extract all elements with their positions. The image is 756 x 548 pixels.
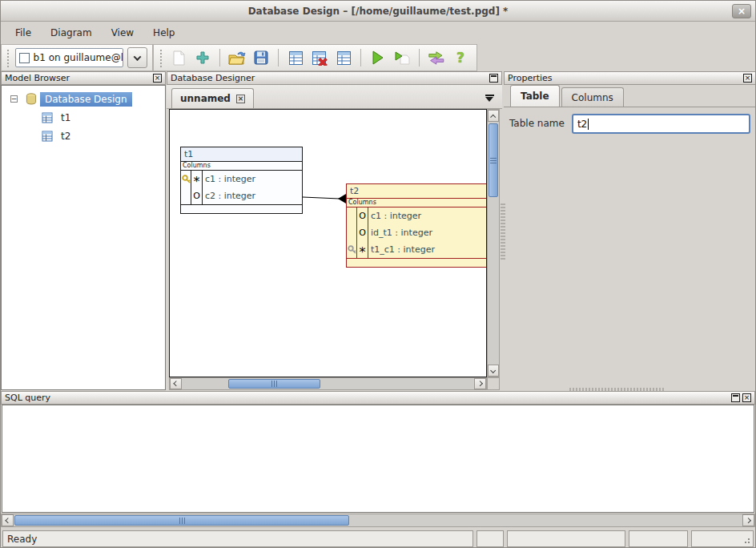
menu-file[interactable]: File: [7, 24, 39, 42]
hscroll-thumb[interactable]: [14, 515, 349, 526]
close-icon[interactable]: ×: [743, 74, 752, 83]
close-icon[interactable]: ×: [153, 74, 162, 83]
status-text: Ready: [7, 534, 37, 545]
main-toolbar: ?: [153, 44, 477, 71]
open-file-button[interactable]: [226, 47, 248, 68]
restore-window-icon[interactable]: [489, 74, 498, 83]
table-icon: [336, 50, 352, 66]
key-cell-empty: [181, 187, 191, 204]
status-cell: [691, 530, 754, 547]
connection-combobox-value: b1 on guillaume@localh: [34, 52, 123, 63]
table-name-value: t2: [577, 119, 587, 130]
table-name-input[interactable]: t2: [572, 114, 750, 134]
menu-diagram[interactable]: Diagram: [42, 24, 100, 42]
entity-table-t1[interactable]: t1 Columns * c1 : integer O c2 : integer: [180, 147, 303, 214]
entity-table-t2[interactable]: t2 Columns O c1 : integer O id_t1 : inte…: [346, 183, 487, 268]
notnull-marker: *: [191, 171, 203, 187]
connection-toolbar: b1 on guillaume@localh: [1, 44, 153, 71]
window-close-button[interactable]: ×: [732, 4, 751, 18]
menu-help[interactable]: Help: [145, 24, 183, 42]
status-message: Ready: [2, 530, 473, 547]
model-tree: − Database Design t1 t2: [1, 85, 166, 390]
run-button[interactable]: [367, 47, 389, 68]
table-icon: [288, 50, 304, 66]
designer-vscrollbar[interactable]: [487, 109, 500, 377]
chevron-right-icon: [477, 381, 484, 387]
properties-tabbar: Table Columns: [504, 85, 756, 107]
tab-table[interactable]: Table: [510, 85, 560, 107]
resize-grip[interactable]: [742, 536, 750, 544]
chevron-right-icon: [746, 518, 752, 524]
column-label: id_t1 : integer: [368, 224, 486, 241]
delete-table-icon: [312, 50, 328, 66]
run-script-button[interactable]: [391, 47, 413, 68]
delete-table-button[interactable]: [308, 47, 331, 68]
entity-title: t2: [347, 184, 486, 199]
close-icon[interactable]: ×: [742, 393, 751, 402]
scroll-left-button[interactable]: [170, 378, 182, 389]
save-file-button[interactable]: [250, 47, 272, 68]
tree-row-root[interactable]: − Database Design: [2, 90, 165, 108]
edit-table-button[interactable]: [332, 47, 355, 68]
scroll-up-button[interactable]: [488, 110, 499, 122]
vscroll-thumb[interactable]: [489, 123, 498, 197]
grip-icon: [271, 381, 277, 387]
new-file-button[interactable]: [167, 47, 190, 68]
sync-direction-button[interactable]: [425, 47, 448, 68]
tree-row-table[interactable]: t2: [2, 127, 165, 145]
toolbar-separator: [219, 49, 220, 66]
add-item-button[interactable]: [191, 47, 214, 68]
key-cell-empty: [347, 208, 357, 224]
hscroll-thumb[interactable]: [228, 379, 320, 389]
foreign-key-icon: [347, 241, 357, 258]
column-row[interactable]: O c2 : integer: [181, 187, 302, 204]
statusbar: Ready: [1, 530, 755, 548]
scroll-left-button[interactable]: [2, 514, 14, 526]
tab-list-button[interactable]: [485, 95, 494, 102]
column-row[interactable]: O c1 : integer: [347, 208, 486, 224]
nullable-marker: O: [357, 208, 368, 224]
connection-dropdown-button[interactable]: [127, 47, 147, 68]
open-folder-icon: [228, 50, 246, 66]
connection-combobox[interactable]: b1 on guillaume@localh: [15, 48, 123, 67]
connection-checkbox[interactable]: [19, 53, 30, 63]
column-label: c1 : integer: [368, 208, 486, 224]
tree-item-t1[interactable]: t1: [56, 111, 75, 125]
scroll-right-button[interactable]: [742, 514, 754, 526]
entity-title: t1: [181, 147, 302, 162]
tree-row-table[interactable]: t1: [2, 108, 165, 127]
chevron-left-icon: [173, 381, 179, 387]
titlebar[interactable]: Database Design – [/home/guillaume/test.…: [1, 1, 755, 22]
tab-label: unnamed: [180, 93, 231, 104]
help-button[interactable]: ?: [449, 47, 472, 68]
window-title: Database Design – [/home/guillaume/test.…: [248, 6, 509, 17]
sync-arrows-icon: [428, 50, 445, 65]
tab-close-icon[interactable]: ×: [236, 95, 245, 103]
sql-editor[interactable]: [2, 405, 754, 513]
menu-view[interactable]: View: [103, 24, 142, 42]
tab-unnamed[interactable]: unnamed ×: [171, 88, 254, 108]
tab-columns[interactable]: Columns: [561, 87, 624, 107]
add-table-button[interactable]: [284, 47, 307, 68]
column-row[interactable]: O id_t1 : integer: [347, 224, 486, 241]
toolbar-drag-handle[interactable]: [159, 48, 163, 67]
window-hscrollbar[interactable]: [1, 514, 755, 528]
designer-header: Database Designer: [167, 71, 502, 85]
diagram-canvas[interactable]: t1 Columns * c1 : integer O c2 : integer: [169, 109, 487, 377]
toolbar-separator: [278, 49, 279, 66]
toolbar-separator: [419, 49, 420, 66]
chevron-down-icon: [490, 368, 497, 374]
column-label: c1 : integer: [203, 171, 302, 187]
toolbar-drag-handle[interactable]: [6, 48, 10, 67]
notnull-marker: *: [357, 241, 368, 258]
scroll-right-button[interactable]: [474, 378, 486, 389]
tree-item-database-design[interactable]: Database Design: [40, 92, 132, 107]
model-browser-title: Model Browser: [5, 73, 151, 83]
column-row[interactable]: * t1_c1 : integer: [347, 241, 486, 258]
scroll-down-button[interactable]: [488, 365, 499, 377]
column-row[interactable]: * c1 : integer: [181, 171, 302, 187]
grip-icon: [179, 518, 185, 524]
tree-item-t2[interactable]: t2: [56, 129, 75, 143]
collapse-icon[interactable]: −: [10, 95, 18, 103]
maximize-panel-icon[interactable]: [731, 393, 740, 402]
